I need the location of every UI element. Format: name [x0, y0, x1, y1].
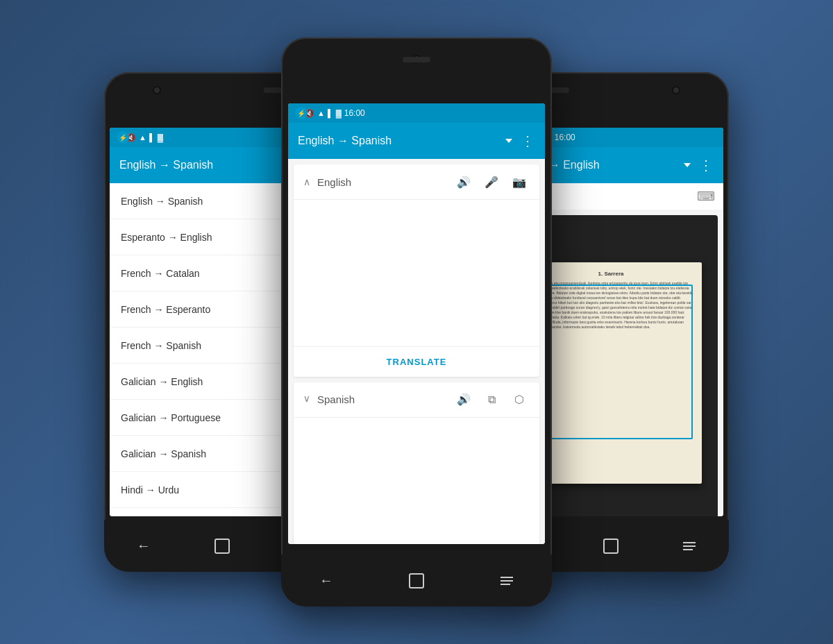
- center-dropdown-arrow[interactable]: [505, 139, 512, 143]
- list-item-text-0: English → Spanish: [121, 196, 304, 207]
- center-phone-screen: ⚡ ⚙ 🔇 ▲ ▌ ▓ 16:00 English → Spanish ⋮: [288, 103, 545, 544]
- left-nav-home[interactable]: [208, 532, 236, 560]
- left-nav-back[interactable]: ←: [130, 532, 158, 560]
- center-nav-back[interactable]: ←: [312, 567, 340, 595]
- list-item-text-8: Hindi → Urdu: [121, 484, 304, 495]
- list-item-text-7: Galician → Spanish: [121, 448, 304, 459]
- center-input-text-area[interactable]: [294, 200, 539, 346]
- keyboard-icon-right[interactable]: ⌨: [697, 189, 715, 204]
- center-input-chevron[interactable]: ∧: [303, 176, 310, 187]
- phones-container: ⚡ ⚙ 🔇 ▲ ▌ ▓ English → Spanish English → …: [104, 37, 729, 607]
- center-app-bar: English → Spanish ⋮: [288, 123, 545, 159]
- list-item-text-5: Galician → English: [121, 376, 304, 387]
- center-phone-speaker: [403, 57, 430, 62]
- left-status-bar-left: ⚡: [117, 131, 129, 144]
- list-item-text-3: French → Esperanto: [121, 304, 304, 315]
- center-nav-home[interactable]: [403, 567, 430, 595]
- center-output-speaker-btn[interactable]: 🔊: [453, 389, 474, 410]
- center-output-chevron[interactable]: ∧: [303, 394, 310, 405]
- right-phone-camera: [672, 86, 680, 94]
- list-item-text-4: French → Spanish: [121, 340, 304, 351]
- center-output-text-area: [294, 418, 539, 545]
- center-nav-bar: ←: [281, 554, 552, 607]
- center-output-lang-label: Spanish: [317, 393, 446, 405]
- right-nav-home[interactable]: [597, 532, 625, 560]
- center-output-share-btn[interactable]: ⬡: [509, 389, 530, 410]
- cm-logo-center: ⚡: [295, 107, 308, 119]
- right-menu-dots[interactable]: ⋮: [699, 157, 714, 173]
- right-ocr-selection-box: [529, 285, 693, 439]
- cm-logo-left: ⚡: [117, 131, 129, 144]
- wifi-icon-center: ▲: [317, 109, 325, 117]
- center-translate-btn[interactable]: TRANSLATE: [294, 346, 539, 377]
- center-output-lang-bar: ∧ Spanish 🔊 ⧉ ⬡: [294, 382, 539, 418]
- battery-icon-left: ▓: [158, 133, 163, 142]
- signal-icon-left: ▌: [149, 133, 155, 142]
- center-nav-recent[interactable]: [493, 567, 521, 595]
- signal-icon-center: ▌: [328, 109, 333, 117]
- wifi-icon-left: ▲: [139, 133, 146, 142]
- center-status-bar: ⚡ ⚙ 🔇 ▲ ▌ ▓ 16:00: [288, 103, 545, 123]
- center-mic-btn[interactable]: 🎤: [481, 171, 502, 192]
- time-center: 16:00: [344, 108, 365, 118]
- list-item-text-1: Esperanto → English: [121, 232, 304, 243]
- time-right: 16:00: [555, 133, 575, 142]
- list-item-text-6: Galician → Portuguese: [121, 412, 304, 423]
- right-dropdown-arrow[interactable]: [684, 163, 691, 167]
- center-output-copy-btn[interactable]: ⧉: [481, 389, 502, 410]
- left-phone-camera: [153, 86, 161, 94]
- center-speaker-btn[interactable]: 🔊: [453, 171, 474, 192]
- center-input-lang-label: English: [317, 176, 446, 188]
- center-translator-screen: ∧ English 🔊 🎤 📷 TRANSLATE ∧ Spanish 🔊: [288, 159, 545, 544]
- center-output-section: ∧ Spanish 🔊 ⧉ ⬡: [294, 382, 539, 545]
- center-menu-dots[interactable]: ⋮: [521, 133, 535, 149]
- list-item-text-2: French → Catalan: [121, 268, 304, 279]
- right-nav-recent[interactable]: [675, 532, 703, 560]
- center-app-bar-title: English → Spanish: [298, 135, 501, 147]
- center-input-lang-bar: ∧ English 🔊 🎤 📷: [294, 164, 539, 200]
- center-status-bar-left: ⚡: [295, 107, 308, 119]
- center-phone: ⚡ ⚙ 🔇 ▲ ▌ ▓ 16:00 English → Spanish ⋮: [281, 37, 552, 607]
- battery-icon-center: ▓: [336, 109, 342, 117]
- center-input-section: ∧ English 🔊 🎤 📷 TRANSLATE: [294, 164, 539, 377]
- right-ocr-doc-title: 1. Sarrera: [528, 271, 693, 277]
- center-camera-btn[interactable]: 📷: [509, 171, 530, 192]
